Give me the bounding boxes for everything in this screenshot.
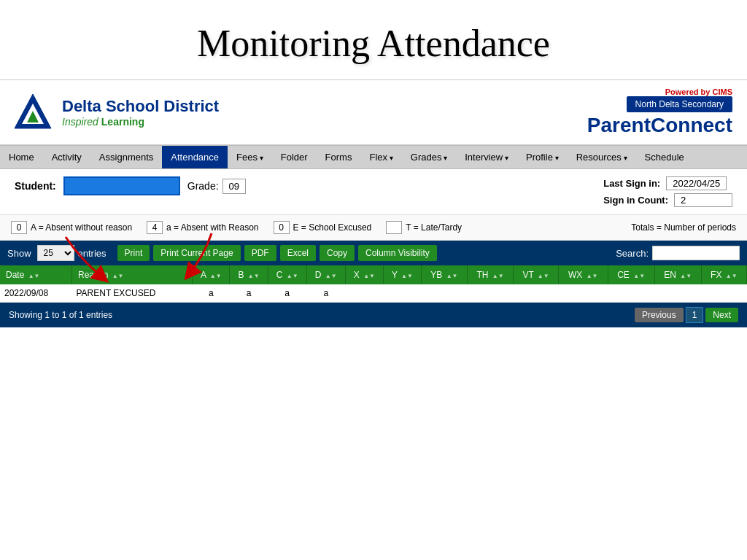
nav-attendance[interactable]: Attendance [162, 146, 228, 168]
parent-connect-logo: ParentConnect [587, 114, 732, 137]
copy-button[interactable]: Copy [320, 245, 355, 261]
cell-fx [701, 284, 746, 303]
search-label: Search: [616, 248, 649, 259]
absence-label-a: A = Absent without reason [31, 222, 132, 233]
next-button[interactable]: Next [705, 308, 738, 322]
school-badge: North Delta Secondary [627, 96, 732, 112]
header: Delta School District Inspired Learning … [0, 79, 747, 145]
last-signin-row: Last Sign in: 2022/04/25 [603, 176, 732, 190]
pagination: Previous 1 Next [635, 307, 738, 323]
showing-entries-text: Showing 1 to 1 of 1 entries [9, 310, 112, 320]
delta-logo-icon [11, 90, 55, 134]
right-header: Powered by CIMS North Delta Secondary Pa… [587, 88, 732, 137]
nav-profile[interactable]: Profile [517, 146, 568, 168]
signin-count-row: Sign in Count: 2 [603, 193, 732, 207]
signin-count-label: Sign in Count: [603, 195, 668, 206]
col-yb[interactable]: YB ▲▼ [421, 265, 467, 284]
nav-assignments[interactable]: Assignments [90, 146, 162, 168]
school-district-name: Delta School District [62, 97, 219, 116]
col-th[interactable]: TH ▲▼ [467, 265, 513, 284]
col-d[interactable]: D ▲▼ [306, 265, 345, 284]
inspired-label: Inspired [62, 116, 98, 128]
cell-ce [608, 284, 654, 303]
show-label: Show [7, 248, 31, 259]
absence-count-a: 0 [11, 221, 27, 234]
student-label: Student: [15, 180, 56, 192]
nav-home[interactable]: Home [0, 146, 43, 168]
nav-forms[interactable]: Forms [317, 146, 361, 168]
logo-area: Delta School District Inspired Learning [11, 90, 219, 134]
nav-activity[interactable]: Activity [43, 146, 90, 168]
page-number: 1 [686, 307, 704, 323]
cell-en [654, 284, 701, 303]
student-info-area: Student: Grade: 09 Last Sign in: 2022/04… [0, 169, 747, 215]
nav-flex[interactable]: Flex [360, 146, 401, 168]
previous-button[interactable]: Previous [635, 308, 684, 322]
excel-button[interactable]: Excel [280, 245, 316, 261]
col-x[interactable]: X ▲▼ [345, 265, 383, 284]
nav-schedule[interactable]: Schedule [636, 146, 693, 168]
nav-interview[interactable]: Interview [456, 146, 517, 168]
totals-note: Totals = Number of periods [631, 222, 736, 233]
learning-label: Learning [101, 116, 144, 128]
powered-by-label: Powered by CIMS [665, 88, 732, 96]
cell-x [345, 284, 383, 303]
absence-count-e: 0 [274, 221, 290, 234]
absence-item-a: 0 A = Absent without reason [11, 221, 132, 234]
col-vt[interactable]: VT ▲▼ [514, 265, 559, 284]
absence-label-small-a: a = Absent with Reason [166, 222, 258, 233]
table-footer: Showing 1 to 1 of 1 entries Previous 1 N… [0, 303, 747, 327]
col-ce[interactable]: CE ▲▼ [608, 265, 654, 284]
absence-item-small-a: 4 a = Absent with Reason [147, 221, 258, 234]
student-right-info: Last Sign in: 2022/04/25 Sign in Count: … [603, 176, 732, 207]
annotation-arrow-1 [58, 237, 146, 295]
cell-d: a [306, 284, 345, 303]
absence-item-t: T = Late/Tardy [386, 221, 462, 234]
page-title: Monitoring Attendance [0, 0, 747, 79]
student-left: Student: Grade: 09 [15, 176, 246, 195]
cell-yb [421, 284, 467, 303]
search-area: Search: [616, 246, 740, 260]
absence-count-small-a: 4 [147, 221, 163, 234]
nav-folder[interactable]: Folder [272, 146, 317, 168]
last-signin-label: Last Sign in: [603, 178, 660, 189]
student-input[interactable] [63, 176, 180, 195]
nav-grades[interactable]: Grades [402, 146, 456, 168]
absence-label-e: E = School Excused [293, 222, 372, 233]
col-wx[interactable]: WX ▲▼ [558, 265, 608, 284]
grade-label: Grade: [187, 180, 219, 192]
grade-value: 09 [222, 179, 246, 194]
absence-count-t [386, 221, 402, 234]
cell-th [467, 284, 513, 303]
col-en[interactable]: EN ▲▼ [654, 265, 701, 284]
logo-text: Delta School District Inspired Learning [62, 97, 219, 128]
col-fx[interactable]: FX ▲▼ [701, 265, 746, 284]
absence-item-e: 0 E = School Excused [274, 221, 372, 234]
column-visibility-button[interactable]: Column Visibility [358, 245, 437, 261]
navigation-bar: Home Activity Assignments Attendance Fee… [0, 145, 747, 169]
absence-label-t: T = Late/Tardy [406, 222, 462, 233]
cell-wx [558, 284, 608, 303]
cell-vt [514, 284, 559, 303]
grade-area: Grade: 09 [187, 179, 246, 194]
last-signin-value: 2022/04/25 [666, 176, 727, 190]
col-c[interactable]: C ▲▼ [268, 265, 306, 284]
nav-fees[interactable]: Fees [228, 146, 272, 168]
signin-count-value: 2 [674, 193, 732, 207]
search-input[interactable] [652, 246, 740, 260]
cell-c: a [268, 284, 306, 303]
nav-resources[interactable]: Resources [568, 146, 636, 168]
annotation-arrow-2 [168, 233, 255, 292]
col-y[interactable]: Y ▲▼ [383, 265, 421, 284]
cell-y [383, 284, 421, 303]
